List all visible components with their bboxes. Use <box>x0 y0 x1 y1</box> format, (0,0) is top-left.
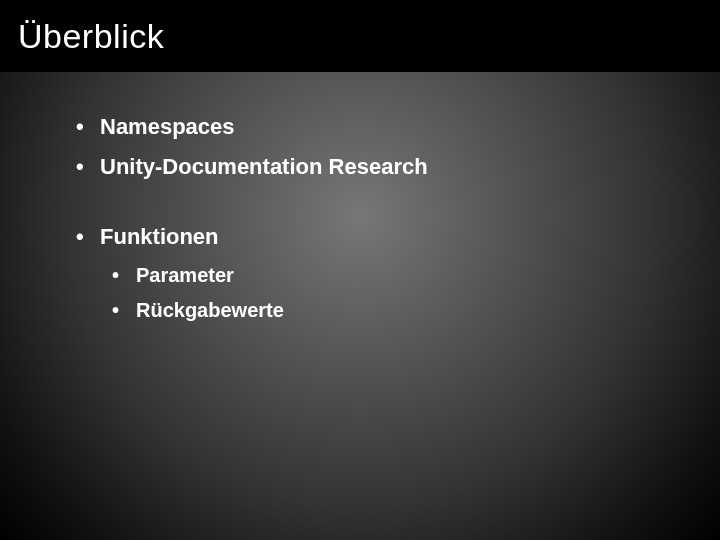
slide: Überblick Namespaces Unity-Documentation… <box>0 0 720 540</box>
slide-title: Überblick <box>18 17 164 56</box>
list-item: Rückgabewerte <box>106 295 680 326</box>
bullet-list: Funktionen Parameter Rückgabewerte <box>70 220 680 326</box>
slide-content: Namespaces Unity-Documentation Research … <box>70 110 680 330</box>
list-item: Parameter <box>106 260 680 291</box>
list-item: Funktionen <box>70 220 680 254</box>
list-item: Namespaces <box>70 110 680 144</box>
list-item: Unity-Documentation Research <box>70 150 680 184</box>
spacer <box>70 190 680 220</box>
title-bar: Überblick <box>0 0 720 72</box>
bullet-list: Namespaces Unity-Documentation Research <box>70 110 680 184</box>
